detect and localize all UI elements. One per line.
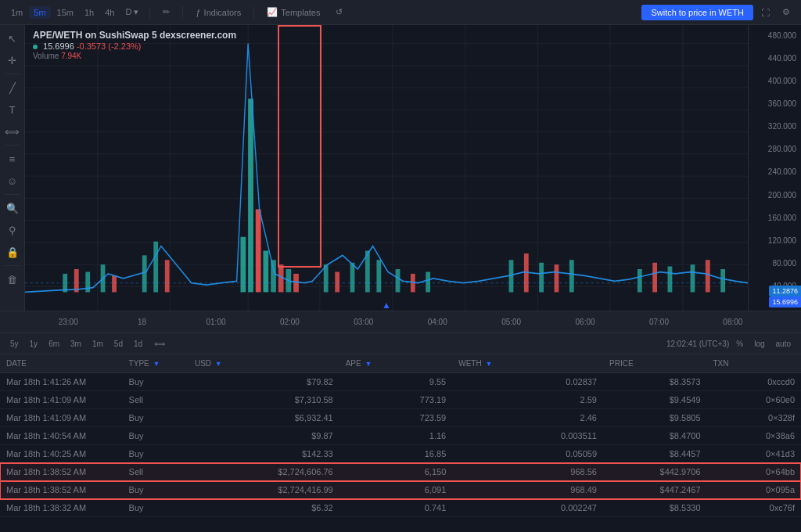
cell-ape: 0.741 bbox=[339, 499, 453, 517]
tf-d[interactable]: D ▾ bbox=[120, 5, 143, 19]
range-6m[interactable]: 6m bbox=[45, 338, 63, 350]
range-1m[interactable]: 1m bbox=[88, 338, 107, 350]
chart-settings-btn[interactable]: ⚙ bbox=[778, 5, 795, 20]
drawing-tools-btn[interactable]: ✏ bbox=[156, 5, 176, 20]
time-08: 08:00 bbox=[696, 318, 770, 326]
svg-rect-53 bbox=[691, 264, 695, 292]
y-label-400: 400.000 bbox=[749, 77, 801, 85]
y-axis: 480.000 440.000 400.000 360.000 320.000 … bbox=[748, 25, 801, 311]
indicators-btn[interactable]: ƒ Indicators bbox=[189, 5, 247, 20]
cell-usd: $2,724,416.99 bbox=[189, 481, 339, 499]
pattern-icon: ☺ bbox=[7, 175, 17, 187]
zoom-tool[interactable]: 🔍 bbox=[2, 198, 23, 218]
cell-weth: 0.02837 bbox=[452, 373, 603, 391]
cell-txn[interactable]: 0×328f bbox=[707, 409, 801, 427]
left-tools-sidebar: ↖ ✛ ╱ T ⟺ ≡ ☺ 🔍 ⚲ 🔒 🗑 bbox=[0, 25, 25, 311]
filter-icon-type[interactable]: ▼ bbox=[153, 360, 160, 368]
chart-area: ↖ ✛ ╱ T ⟺ ≡ ☺ 🔍 ⚲ 🔒 🗑 APE/WETH on SushiS… bbox=[0, 25, 801, 311]
th-type: TYPE ▼ bbox=[123, 354, 189, 373]
range-3m[interactable]: 3m bbox=[66, 338, 85, 350]
cell-txn[interactable]: 0×60e0 bbox=[707, 391, 801, 409]
gear-icon: ⚙ bbox=[782, 7, 790, 16]
chart-canvas[interactable]: APE/WETH on SushiSwap 5 dexscreener.com … bbox=[25, 25, 748, 311]
range-1d[interactable]: 1d bbox=[130, 338, 146, 350]
cell-weth: 0.05059 bbox=[452, 445, 603, 463]
cell-usd: $9.87 bbox=[189, 427, 339, 445]
cell-price: $442.9706 bbox=[603, 463, 707, 481]
table-row: Mar 18th 1:41:09 AM Buy $6,932.41 723.59… bbox=[0, 409, 801, 427]
tf-1h[interactable]: 1h bbox=[80, 6, 99, 19]
y-label-480: 480.000 bbox=[749, 31, 801, 40]
chart-header: APE/WETH on SushiSwap 5 dexscreener.com … bbox=[33, 30, 236, 60]
cell-txn[interactable]: 0×64bb bbox=[707, 463, 801, 481]
filter-icon-ape[interactable]: ▼ bbox=[365, 360, 372, 368]
tf-1m[interactable]: 1m bbox=[6, 6, 27, 19]
fibonacci-tool[interactable]: ≡ bbox=[2, 149, 23, 169]
text-tool[interactable]: T bbox=[2, 99, 23, 120]
cell-weth: 968.49 bbox=[452, 481, 603, 499]
cell-date: Mar 18th 1:41:26 AM bbox=[0, 373, 123, 391]
cell-usd: $142.33 bbox=[189, 445, 339, 463]
undo-btn[interactable]: ↺ bbox=[329, 5, 349, 20]
magnet-tool[interactable]: ⚲ bbox=[2, 220, 23, 240]
svg-rect-55 bbox=[720, 269, 725, 292]
cell-type: Buy bbox=[123, 481, 189, 499]
cell-price: $9.4549 bbox=[603, 391, 707, 409]
cell-type: Sell bbox=[123, 463, 189, 481]
time-expand-arrow[interactable]: ▲ bbox=[382, 300, 391, 311]
crosshair-tool[interactable]: ✛ bbox=[2, 50, 23, 70]
log-btn[interactable]: log bbox=[750, 338, 768, 350]
text-icon: T bbox=[9, 104, 16, 116]
switch-price-btn[interactable]: Switch to price in WETH bbox=[641, 5, 753, 20]
range-5y[interactable]: 5y bbox=[6, 338, 23, 350]
cell-usd: $6,932.41 bbox=[189, 409, 339, 427]
templates-btn[interactable]: 📈 Templates bbox=[260, 5, 326, 20]
time-01: 01:00 bbox=[179, 318, 253, 326]
expand-btn[interactable]: ⛶ bbox=[756, 5, 774, 20]
y-label-120: 120.000 bbox=[749, 236, 801, 245]
lock-tool[interactable]: 🔒 bbox=[2, 242, 23, 262]
time-axis: 23:00 18 01:00 02:00 03:00 04:00 05:00 0… bbox=[0, 311, 801, 332]
tf-15m[interactable]: 15m bbox=[52, 6, 78, 19]
range-icon[interactable]: ⟺ bbox=[154, 340, 165, 348]
table-row: Mar 18th 1:38:52 AM Sell $2,724,606.76 6… bbox=[0, 463, 801, 481]
cell-ape: 9.55 bbox=[339, 373, 453, 391]
range-5d[interactable]: 5d bbox=[110, 338, 127, 350]
svg-rect-47 bbox=[539, 263, 544, 293]
divider-2 bbox=[182, 6, 183, 19]
time-02: 02:00 bbox=[253, 318, 326, 326]
cursor-tool[interactable]: ↖ bbox=[2, 28, 23, 49]
auto-btn[interactable]: auto bbox=[772, 338, 795, 350]
cell-txn[interactable]: 0xccd0 bbox=[707, 373, 801, 391]
range-1y[interactable]: 1y bbox=[26, 338, 42, 350]
tf-5m[interactable]: 5m bbox=[29, 6, 50, 19]
trades-table-container: DATE TYPE ▼ USD ▼ APE ▼ WETH ▼ PRICE TXN… bbox=[0, 354, 801, 517]
filter-icon-weth[interactable]: ▼ bbox=[485, 360, 492, 368]
time-23: 23:00 bbox=[31, 318, 105, 326]
cell-weth: 0.002247 bbox=[452, 499, 603, 517]
divider-1 bbox=[149, 6, 150, 19]
pct-btn[interactable]: % bbox=[732, 338, 747, 350]
cell-txn[interactable]: 0×095a bbox=[707, 481, 801, 499]
volume-val: 7.94K bbox=[61, 52, 81, 60]
cell-txn[interactable]: 0xc76f bbox=[707, 499, 801, 517]
trendline-icon: ╱ bbox=[9, 82, 16, 94]
svg-rect-44 bbox=[426, 272, 430, 293]
trash-tool[interactable]: 🗑 bbox=[2, 269, 23, 289]
tf-4h[interactable]: 4h bbox=[100, 6, 119, 19]
time-03: 03:00 bbox=[327, 318, 400, 326]
measure-tool[interactable]: ⟺ bbox=[2, 121, 23, 142]
svg-rect-30 bbox=[248, 99, 253, 292]
trendline-tool[interactable]: ╱ bbox=[2, 77, 23, 98]
pattern-tool[interactable]: ☺ bbox=[2, 171, 23, 191]
chart-price-info: 15.6996 -0.3573 (-2.23%) bbox=[33, 41, 236, 51]
filter-icon-usd[interactable]: ▼ bbox=[215, 360, 222, 368]
cell-date: Mar 18th 1:38:32 AM bbox=[0, 499, 123, 517]
time-05: 05:00 bbox=[474, 318, 548, 326]
templates-icon: 📈 bbox=[267, 7, 278, 17]
trades-table: DATE TYPE ▼ USD ▼ APE ▼ WETH ▼ PRICE TXN… bbox=[0, 354, 801, 517]
cell-txn[interactable]: 0×38a6 bbox=[707, 427, 801, 445]
cell-txn[interactable]: 0×41d3 bbox=[707, 445, 801, 463]
cell-usd: $7,310.58 bbox=[189, 391, 339, 409]
tool-sep-2 bbox=[5, 145, 20, 146]
